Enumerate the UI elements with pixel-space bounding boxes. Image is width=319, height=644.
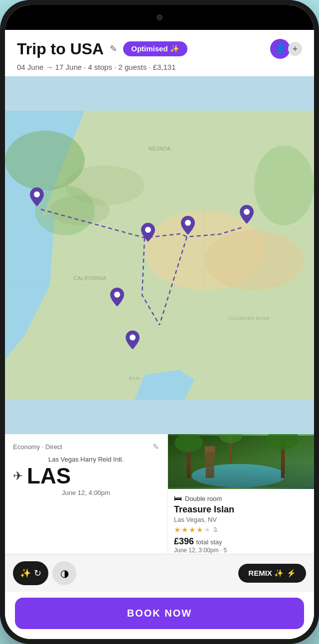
flight-time: June 12, 4:00pm [13,489,159,496]
phone-screen: Trip to USA ✎ Optimised ✨ 👤 + 04 June → … [5,5,314,639]
lightning-icon: ⚡ [287,569,296,578]
rating-number: 3. [213,526,219,533]
svg-point-24 [244,209,250,215]
svg-point-7 [204,230,304,290]
hotel-info: 🛏 Double room Treasure Islan Las Vegas, … [168,489,314,554]
map-pin-ut[interactable] [240,205,254,224]
star-5-empty: ★ [204,525,210,534]
phone-frame: Trip to USA ✎ Optimised ✨ 👤 + 04 June → … [0,0,319,644]
hotel-room-type: Double room [185,495,222,502]
svg-point-10 [254,146,314,225]
flight-class-label: Economy · Direct [13,443,62,451]
hotel-name: Treasure Islan [174,505,308,515]
notch-area [5,5,314,30]
book-now-button[interactable]: BOOK NOW [15,598,304,629]
remix-button[interactable]: REMIX ✨ ⚡ [238,564,306,583]
bottom-toolbar: ✨ ↻ ◑ REMIX ✨ ⚡ [5,554,314,592]
svg-point-22 [145,227,151,233]
svg-point-8 [5,131,85,190]
bed-icon: 🛏 [174,494,182,503]
hotel-card[interactable]: 🛏 Double room Treasure Islan Las Vegas, … [168,434,314,554]
svg-text:COLORADO RIVER: COLORADO RIVER [229,316,270,321]
book-now-bar: BOOK NOW [5,592,314,639]
svg-point-25 [114,292,120,298]
star-3: ★ [189,525,195,534]
svg-text:CALIFORNIA: CALIFORNIA [73,275,107,281]
circle-toolbar-button[interactable]: ◑ [52,561,76,585]
map-pin-la[interactable] [110,288,124,307]
map-pin-lv[interactable] [181,216,195,235]
hotel-price-label: total stay [196,538,222,546]
avatar-button[interactable]: 👤 [270,39,290,59]
add-icon: + [293,44,297,53]
optimised-badge[interactable]: Optimised ✨ [123,41,187,56]
flight-card[interactable]: Economy · Direct ✎ Las Vegas Harry Reid … [5,434,167,554]
sparkle-refresh-button[interactable]: ✨ ↻ [13,561,48,585]
map-pin-sf[interactable] [30,187,44,206]
map-pin-dv[interactable] [141,223,155,242]
flight-card-header: Economy · Direct ✎ [13,442,159,452]
plane-icon: ✈ [13,469,23,483]
header: Trip to USA ✎ Optimised ✨ 👤 + 04 June → … [5,30,314,76]
trip-title: Trip to USA [17,40,104,58]
map-pin-sd[interactable] [126,330,140,349]
bottom-cards: Economy · Direct ✎ Las Vegas Harry Reid … [5,434,314,554]
trip-meta: 04 June → 17 June · 4 stops · 2 guests ·… [17,63,302,71]
stars-row: ★ ★ ★ ★ ★ 3. [174,525,308,534]
star-2: ★ [181,525,188,534]
toolbar-left-buttons: ✨ ↻ ◑ [13,561,76,585]
map-container[interactable]: NEVADA CALIFORNIA COLORADO RIVER BAJA [5,76,314,434]
notch [120,9,199,26]
map-svg: NEVADA CALIFORNIA COLORADO RIVER BAJA [5,76,314,434]
star-4: ★ [196,525,203,534]
hotel-location: Las Vegas, NV [174,516,308,523]
svg-point-23 [185,220,191,226]
map-background: NEVADA CALIFORNIA COLORADO RIVER BAJA [5,76,314,434]
header-right: 👤 + [270,39,302,59]
header-top: Trip to USA ✎ Optimised ✨ 👤 + [17,39,302,59]
svg-point-21 [34,191,40,197]
add-user-button[interactable]: + [288,42,302,56]
svg-text:NEVADA: NEVADA [149,146,171,152]
refresh-icon: ↻ [34,568,41,579]
hotel-image-overlay [168,434,314,489]
hotel-image [168,434,314,489]
hotel-price: £396 [174,536,194,546]
flight-dest-name: Las Vegas Harry Reid Intl. [13,456,159,463]
hotel-type-row: 🛏 Double room [174,494,308,503]
flight-code: LAS [27,465,71,487]
svg-text:BAJA: BAJA [129,376,141,381]
edit-trip-icon[interactable]: ✎ [110,43,117,54]
remix-label: REMIX ✨ [248,569,284,578]
hotel-price-row: £396 total stay [174,536,308,547]
book-now-label: BOOK NOW [127,608,192,619]
notch-camera [157,14,162,20]
svg-point-26 [130,334,136,340]
avatar-icon: 👤 [275,43,286,54]
star-1: ★ [174,525,180,534]
sparkle-icon: ✨ [20,568,31,579]
hotel-dates: June 12, 3:00pm · 5 [174,547,308,554]
flight-edit-icon[interactable]: ✎ [153,442,159,452]
header-title-row: Trip to USA ✎ Optimised ✨ [17,40,187,58]
circle-icon: ◑ [60,567,69,579]
